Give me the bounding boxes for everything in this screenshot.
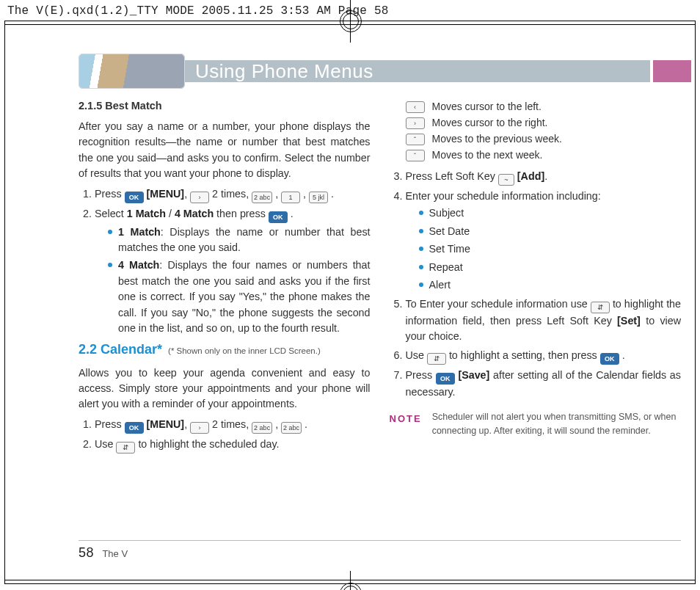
right-column: Moves cursor to the left. Moves cursor t… [390,98,682,539]
list-item: 1 Match: Displays the name or number tha… [108,225,371,256]
text: Moves to the previous week. [432,131,562,147]
text: Press [95,418,125,430]
left-column: 2.1.5 Best Match After you say a name or… [79,98,371,539]
nav-down-icon [406,150,425,161]
left-soft-key-icon: ~ [498,174,514,186]
one-match-label: 1 Match [127,208,166,219]
four-match-bold: 4 Match [118,259,159,271]
step-2: Use to highlight the scheduled day. [95,437,371,454]
step-5: To Enter your schedule information use t… [406,296,682,345]
key-2-icon: 2 abc [252,192,272,203]
list-item: Set Date [419,224,682,239]
text: 2 times, [212,418,252,430]
text: / [169,208,175,219]
nav-hint-right: Moves cursor to the right. [406,115,682,131]
calendar-footnote: (* Shown only on the inner LCD Screen.) [168,346,321,355]
nav-right-icon [406,117,425,129]
note-label: NOTE [390,410,422,426]
nav-left-icon [406,101,425,113]
text: Moves cursor to the right. [432,115,548,131]
text: Moves to the next week. [432,148,543,163]
text: . [544,170,547,182]
text: Moves cursor to the left. [432,99,542,114]
nav-right-icon [190,422,209,434]
registration-mark-bottom [328,571,372,590]
nav-pad-icon [427,353,446,365]
step-6: Use to highlight a setting, then press O… [406,348,682,365]
ok-key-icon: OK [125,422,144,434]
manual-page: The V(E).qxd(1.2)_TTY MODE 2005.11.25 3:… [0,0,700,590]
text: Use [95,438,116,450]
one-match-bold: 1 Match [118,226,161,238]
chapter-title: Using Phone Menus [195,60,373,83]
ok-key-icon: OK [269,211,288,223]
page-footer: 58 The V [79,540,681,561]
text: . [288,208,294,219]
registration-mark-top [328,0,372,43]
list-item: Alert [419,277,682,293]
ok-key-icon: OK [125,192,144,203]
menu-label: [MENU] [147,418,185,430]
list-item: Repeat [419,260,682,275]
text: . [305,418,307,430]
text: then press [216,208,269,219]
heading-best-match: 2.1.5 Best Match [79,98,371,114]
content-area: 2.1.5 Best Match After you say a name or… [79,98,681,539]
set-label: [Set] [617,315,641,327]
text: , [303,188,309,200]
step-1: Press OK [MENU], 2 times, 2 abc , 1 , 5 … [95,186,371,203]
nav-hint-down: Moves to the next week. [406,148,682,163]
key-2-icon: 2 abc [281,422,302,434]
nav-right-icon [190,192,209,203]
para-calendar: Allows you to keep your agenda convenien… [79,365,371,412]
text: Press Left Soft Key [406,170,498,182]
text: Press [406,369,436,381]
text: To Enter your schedule information use [406,298,591,310]
four-match-label: 4 Match [175,208,214,219]
nav-up-icon [406,134,425,145]
calendar-heading-row: 2.2 Calendar* (* Shown only on the inner… [79,340,371,360]
text: Press [95,188,125,200]
step-1: Press OK [MENU], 2 times, 2 abc , 2 abc … [95,417,371,434]
page-number: 58 [79,545,94,560]
ok-key-icon: OK [436,373,455,385]
step-4: Enter your schedule information includin… [406,189,682,294]
step-7: Press OK [Save] after setting all of the… [406,368,682,400]
key-2-icon: 2 abc [252,422,272,434]
step-3: Press Left Soft Key ~ [Add]. [406,169,682,186]
text: to highlight the scheduled day. [138,438,279,450]
text: , [275,418,281,430]
list-item: 4 Match: Displays the four names or numb… [108,258,371,336]
nav-pad-icon [591,302,610,313]
save-label: [Save] [458,369,489,381]
steps-best-match: Press OK [MENU], 2 times, 2 abc , 1 , 5 … [79,186,371,337]
schedule-fields: Subject Set Date Set Time Repeat Alert [406,205,682,293]
text: . [622,349,625,361]
book-title: The V [102,548,128,559]
nav-pad-icon [116,442,135,454]
banner-accent [653,60,691,82]
text: Select [95,208,127,219]
note-text: Scheduler will not alert you when transm… [432,410,681,438]
note-box: NOTE Scheduler will not alert you when t… [390,410,682,438]
step-2: Select 1 Match / 4 Match then press OK .… [95,206,371,337]
key-1-icon: 1 [281,192,300,203]
text: 2 times, [212,188,252,200]
nav-hint-up: Moves to the previous week. [406,131,682,147]
text: Enter your schedule information includin… [406,190,601,202]
ok-key-icon: OK [600,353,619,365]
heading-calendar: 2.2 Calendar* [79,342,162,357]
text: , [275,188,281,200]
add-label: [Add] [517,170,544,182]
nav-hint-left: Moves cursor to the left. [406,99,682,114]
chapter-banner: Using Phone Menus [79,53,691,90]
text: , [184,188,190,200]
key-5-icon: 5 jkl [309,192,328,203]
match-options: 1 Match: Displays the name or number tha… [95,225,371,337]
steps-calendar-left: Press OK [MENU], 2 times, 2 abc , 2 abc … [79,417,371,454]
para-best-match: After you say a name or a number, your p… [79,119,371,182]
list-item: Subject [419,205,682,221]
list-item: Set Time [419,241,682,257]
text: to highlight a setting, then press [449,349,600,361]
menu-label: [MENU] [147,188,185,200]
